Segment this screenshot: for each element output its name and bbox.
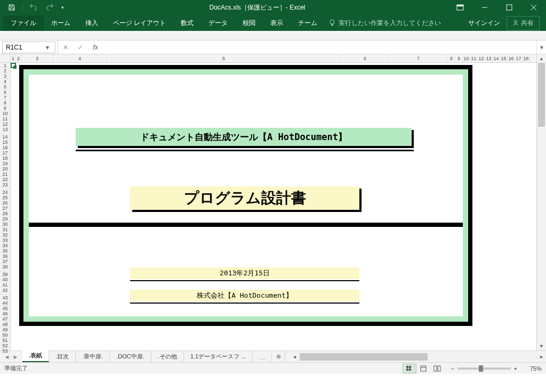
vscroll-thumb[interactable] [538, 63, 545, 127]
row-header[interactable]: 6 [0, 89, 10, 95]
row-header[interactable]: 10 [0, 111, 10, 116]
row-header[interactable]: 20 [0, 166, 10, 172]
name-box-dropdown-icon[interactable]: ▾ [43, 44, 52, 51]
hscroll-thumb[interactable] [300, 353, 428, 361]
row-header[interactable]: 51 [0, 338, 10, 343]
row-header[interactable]: 29 [0, 216, 10, 222]
scroll-left-icon[interactable]: ◄ [290, 354, 299, 360]
horizontal-scrollbar[interactable]: ◄ ► [290, 353, 546, 361]
zoom-value[interactable]: 75% [520, 365, 542, 372]
row-header[interactable]: 19 [0, 161, 10, 166]
row-header[interactable]: 23 [0, 182, 10, 187]
tab-nav-next-icon[interactable]: ► [12, 354, 19, 360]
row-header[interactable]: 8 [0, 100, 10, 105]
row-header[interactable]: 33 [0, 238, 10, 243]
tell-me-search[interactable]: 実行したい作業を入力してください [329, 19, 441, 28]
row-header[interactable]: 39 [0, 272, 10, 277]
row-header[interactable]: 44 [0, 300, 10, 306]
column-header[interactable]: 3 [21, 54, 53, 62]
row-header[interactable]: 31 [0, 227, 10, 232]
column-header[interactable]: 2 [16, 54, 21, 62]
name-box[interactable]: R1C1 ▾ [2, 42, 55, 53]
scroll-down-icon[interactable]: ▼ [537, 342, 546, 350]
row-header[interactable]: 32 [0, 232, 10, 238]
maximize-button[interactable] [497, 0, 521, 15]
row-header[interactable]: 5 [0, 84, 10, 89]
row-header[interactable]: 42 [0, 288, 10, 293]
page-layout-view-icon[interactable] [416, 364, 430, 373]
column-header[interactable]: 13 [485, 54, 493, 62]
sheet-tab[interactable]: 1.1データベースフ ... [184, 351, 253, 362]
row-header[interactable]: 13 [0, 127, 10, 132]
tab-nav-prev-icon[interactable]: ◄ [3, 354, 11, 360]
row-header[interactable]: 40 [0, 277, 10, 282]
row-header[interactable]: 41 [0, 282, 10, 288]
row-header[interactable]: 25 [0, 195, 10, 200]
sheet-tab[interactable]: .表紙 [22, 350, 49, 362]
formula-input[interactable] [103, 42, 536, 53]
vertical-scrollbar[interactable]: ▲ ▼ [536, 54, 546, 350]
page-break-view-icon[interactable] [430, 364, 444, 373]
zoom-slider[interactable] [457, 368, 511, 370]
undo-icon[interactable] [26, 1, 41, 14]
row-header[interactable]: 2 [0, 68, 10, 74]
row-header[interactable]: 30 [0, 222, 10, 227]
row-header[interactable]: 17 [0, 150, 10, 156]
sheet-tab-more[interactable]: … [253, 353, 272, 362]
save-icon[interactable] [4, 1, 19, 14]
row-header[interactable]: 21 [0, 172, 10, 177]
tab-formulas[interactable]: 数式 [173, 15, 201, 31]
sheet-tab[interactable]: .章中扉. [76, 351, 110, 362]
row-header[interactable]: 27 [0, 206, 10, 211]
zoom-in-button[interactable]: + [514, 365, 517, 372]
tab-team[interactable]: チーム [291, 15, 325, 31]
row-header[interactable]: 47 [0, 316, 10, 322]
row-header[interactable]: 22 [0, 177, 10, 182]
column-header[interactable]: 1 [11, 54, 16, 62]
scroll-right-icon[interactable]: ► [537, 354, 546, 360]
row-header[interactable]: 28 [0, 211, 10, 216]
row-header[interactable]: 43 [0, 295, 10, 300]
row-header[interactable]: 52 [0, 343, 10, 348]
cell-area[interactable]: ドキュメント自動生成ツール【A HotDocument】 プログラム設計書 20… [11, 63, 536, 350]
row-header[interactable]: 50 [0, 332, 10, 338]
zoom-handle[interactable] [479, 365, 483, 372]
formula-expand-icon[interactable]: ▾ [536, 40, 546, 54]
qat-customize-icon[interactable]: ▾ [58, 1, 67, 14]
row-header[interactable]: 53 [0, 348, 10, 354]
enter-icon[interactable]: ✓ [73, 40, 88, 54]
row-header[interactable]: 9 [0, 105, 10, 111]
row-header[interactable]: 24 [0, 190, 10, 195]
ribbon-display-icon[interactable] [448, 0, 472, 15]
column-header[interactable]: 11 [470, 54, 478, 62]
add-sheet-button[interactable]: ⊕ [272, 353, 285, 360]
sheet-tab[interactable]: .DOC中扉. [110, 351, 151, 362]
column-header[interactable]: 4 [53, 54, 107, 62]
fx-icon[interactable]: fx [88, 40, 103, 54]
redo-icon[interactable] [42, 1, 57, 14]
row-header[interactable]: 18 [0, 156, 10, 161]
column-header[interactable]: 7 [389, 54, 448, 62]
close-button[interactable] [521, 0, 546, 15]
column-header[interactable]: 15 [500, 54, 508, 62]
column-header[interactable]: 18 [523, 54, 530, 62]
tab-page-layout[interactable]: ページ レイアウト [106, 15, 173, 31]
signin-link[interactable]: サインイン [462, 15, 507, 31]
column-header[interactable]: 12 [478, 54, 485, 62]
row-header[interactable]: 12 [0, 121, 10, 127]
sheet-tab[interactable]: .その他 [151, 351, 184, 362]
share-button[interactable]: 共有 [507, 16, 540, 30]
row-header[interactable]: 14 [0, 134, 10, 140]
tab-view[interactable]: 表示 [263, 15, 291, 31]
row-header[interactable]: 38 [0, 264, 10, 270]
column-header[interactable]: 6 [341, 54, 389, 62]
tab-insert[interactable]: 挿入 [78, 15, 106, 31]
row-header[interactable]: 16 [0, 145, 10, 150]
tab-home[interactable]: ホーム [44, 15, 78, 31]
column-header[interactable]: 5 [107, 54, 341, 62]
row-header[interactable]: 45 [0, 306, 10, 311]
row-header[interactable]: 46 [0, 311, 10, 316]
column-header[interactable]: 14 [493, 54, 500, 62]
row-header[interactable]: 48 [0, 322, 10, 327]
tab-file[interactable]: ファイル [3, 15, 44, 31]
